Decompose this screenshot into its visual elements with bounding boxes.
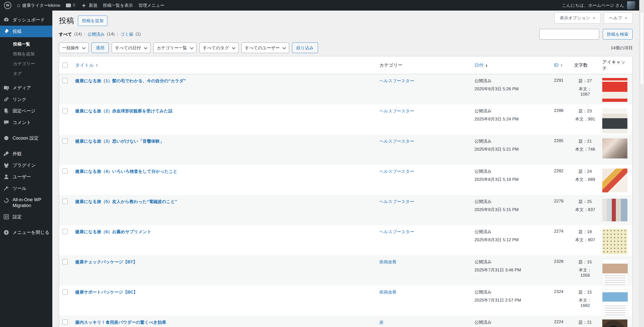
filter-button[interactable]: 絞り込み: [292, 43, 318, 53]
search-posts-input[interactable]: [539, 29, 599, 39]
table-row: 健康になる旅（2）赤血球形状観察を受けてみた話 ヘルスブースター 公開済み202…: [59, 104, 632, 135]
post-category-link[interactable]: 炭: [379, 320, 384, 325]
post-title-link[interactable]: 健康になる旅（6）お薦めサプリメント: [75, 229, 151, 234]
row-checkbox[interactable]: [62, 199, 68, 204]
view-trash-link[interactable]: ゴミ箱: [120, 31, 133, 37]
sidebar-item-users[interactable]: ユーザー: [0, 171, 52, 183]
sidebar-item-pages[interactable]: 固定ページ: [0, 105, 52, 117]
post-title-link[interactable]: 健康になる旅（2）赤血球形状観察を受けてみた話: [75, 109, 173, 113]
post-category-link[interactable]: ヘルスブースター: [379, 199, 414, 204]
body-char-count: 本文：689: [574, 177, 596, 182]
post-id: 2285: [551, 135, 571, 165]
post-thumbnail: [602, 259, 628, 287]
new-content-menu[interactable]: ＋ 新規: [81, 2, 97, 8]
post-title-link[interactable]: 腸内スッキリ！食用炭パウダーの驚くべき効果: [75, 320, 166, 325]
view-published-count: (14): [107, 32, 114, 37]
apply-button[interactable]: 適用: [92, 43, 109, 53]
row-checkbox[interactable]: [62, 138, 68, 144]
post-category-link[interactable]: ヘルスブースター: [379, 78, 414, 83]
sidebar-item-plugins[interactable]: プラグイン: [0, 159, 52, 171]
user-filter-select[interactable]: すべてのユーザー: [242, 43, 289, 53]
wordpress-logo-menu[interactable]: W: [4, 2, 11, 9]
submenu-tags[interactable]: タグ: [0, 69, 52, 78]
admin-menu-link[interactable]: 管理メニュー: [139, 3, 165, 8]
tag-filter-select[interactable]: すべてのタグ: [199, 43, 238, 53]
row-checkbox[interactable]: [62, 289, 68, 295]
post-title-link[interactable]: 健康になる旅（3）思いがけない「音響体験」: [75, 139, 164, 144]
post-category-link[interactable]: 疾病改善: [379, 290, 396, 295]
sidebar-item-settings[interactable]: 設定: [0, 211, 52, 223]
post-date: 2025年8月3日 5:19 PM: [474, 177, 548, 182]
row-checkbox[interactable]: [62, 78, 68, 83]
submenu-all-posts[interactable]: 投稿一覧: [0, 39, 52, 49]
media-icon: [3, 85, 9, 91]
column-id[interactable]: ID▲▼: [551, 56, 571, 74]
post-title-link[interactable]: 健康サポートパッケージ【BC】: [75, 290, 138, 295]
sidebar-item-cocoon-settings[interactable]: Cocoon 設定: [0, 132, 52, 144]
cocoon-icon: [3, 135, 9, 141]
row-checkbox[interactable]: [62, 169, 68, 174]
view-posts-link[interactable]: 投稿一覧を表示: [103, 3, 133, 8]
post-status: 公開済み: [474, 78, 548, 84]
scrollbar-thumb[interactable]: [640, 12, 644, 85]
sidebar-item-migration[interactable]: All-in-One WP Migration: [0, 194, 52, 211]
post-category-link[interactable]: ヘルスブースター: [379, 139, 414, 144]
comments-link[interactable]: 0: [66, 3, 75, 8]
post-thumbnail: [602, 108, 627, 133]
table-row: 健康になる旅（3）思いがけない「音響体験」 ヘルスブースター 公開済み2025年…: [59, 135, 632, 165]
body-char-count: 本文：1067: [574, 86, 596, 97]
migration-icon: [3, 197, 9, 203]
title-char-count: 題：15: [574, 289, 596, 295]
screen-options-button[interactable]: 表示オプション ▼: [554, 13, 601, 23]
comments-icon: [3, 119, 9, 126]
table-row: 腸内スッキリ！食用炭パウダーの驚くべき効果 炭 公開済み2025年3月4日 5:…: [59, 316, 632, 327]
column-date[interactable]: 日付▲▼: [471, 56, 551, 74]
sidebar-item-comments[interactable]: コメント: [0, 117, 52, 128]
view-all-link[interactable]: すべて: [59, 31, 72, 37]
post-date: 2025年8月3日 5:21 PM: [474, 146, 548, 152]
row-checkbox[interactable]: [62, 229, 68, 234]
help-button[interactable]: ヘルプ ▼: [604, 13, 633, 23]
row-checkbox[interactable]: [62, 259, 68, 264]
submenu-add-post[interactable]: 投稿を追加: [0, 49, 52, 59]
plugin-icon: [3, 162, 9, 168]
row-checkbox[interactable]: [62, 319, 68, 325]
submenu-categories[interactable]: カテゴリー: [0, 59, 52, 69]
sidebar-label: コメント: [13, 119, 31, 126]
search-posts-button[interactable]: 投稿を検索: [603, 29, 633, 39]
column-title[interactable]: タイトル▲▼: [72, 56, 376, 74]
page-scrollbar[interactable]: [639, 0, 644, 327]
category-filter-select[interactable]: カテゴリー一覧: [153, 43, 196, 53]
add-post-button[interactable]: 投稿を追加: [78, 16, 107, 26]
sidebar-item-links[interactable]: リンク: [0, 94, 52, 105]
post-category-link[interactable]: ヘルスブースター: [379, 229, 414, 234]
bulk-actions-select[interactable]: 一括操作: [59, 43, 89, 53]
sidebar-item-dashboard[interactable]: ダッシュボード: [0, 14, 52, 26]
view-published-link[interactable]: 公開済み: [88, 31, 105, 37]
body-char-count: 本文：1056: [574, 267, 596, 278]
post-category-link[interactable]: 疾病改善: [379, 260, 396, 264]
sidebar-label: All-in-One WP Migration: [13, 197, 45, 208]
sidebar-item-appearance[interactable]: 外観: [0, 148, 52, 159]
title-char-count: 題：18: [574, 229, 596, 235]
row-checkbox[interactable]: [62, 108, 68, 113]
my-account-menu[interactable]: こんにちは、ホームページ さん: [562, 3, 624, 8]
date-filter-select[interactable]: すべての日付: [112, 43, 150, 53]
post-title-link[interactable]: 健康チェックパッケージ【BT】: [75, 260, 137, 264]
post-title-link[interactable]: 健康になる旅（1）髪の毛でわかる、今の自分の“カラダ”: [75, 78, 186, 83]
post-category-link[interactable]: ヘルスブースター: [379, 169, 414, 174]
sidebar-item-posts[interactable]: 投稿: [0, 26, 52, 37]
post-title-link[interactable]: 健康になる旅（5）友人から教わった“電磁波のこと”: [75, 199, 177, 204]
site-name: 健康ライターkikime: [22, 3, 60, 8]
avatar[interactable]: [627, 1, 635, 9]
select-all-checkbox[interactable]: [62, 63, 68, 68]
post-category-link[interactable]: ヘルスブースター: [379, 109, 414, 113]
sidebar-item-tools[interactable]: ツール: [0, 183, 52, 194]
site-name-link[interactable]: ⌂ 健康ライターkikime: [17, 3, 60, 8]
body-char-count: 本文：807: [574, 237, 596, 243]
sort-arrows-icon: ▲▼: [485, 63, 488, 67]
pages-icon: [3, 108, 9, 114]
sidebar-collapse-menu[interactable]: メニューを閉じる: [0, 227, 52, 238]
post-title-link[interactable]: 健康になる旅（4）いろいろ検査をして分かったこと: [75, 169, 177, 174]
sidebar-item-media[interactable]: メディア: [0, 82, 52, 94]
